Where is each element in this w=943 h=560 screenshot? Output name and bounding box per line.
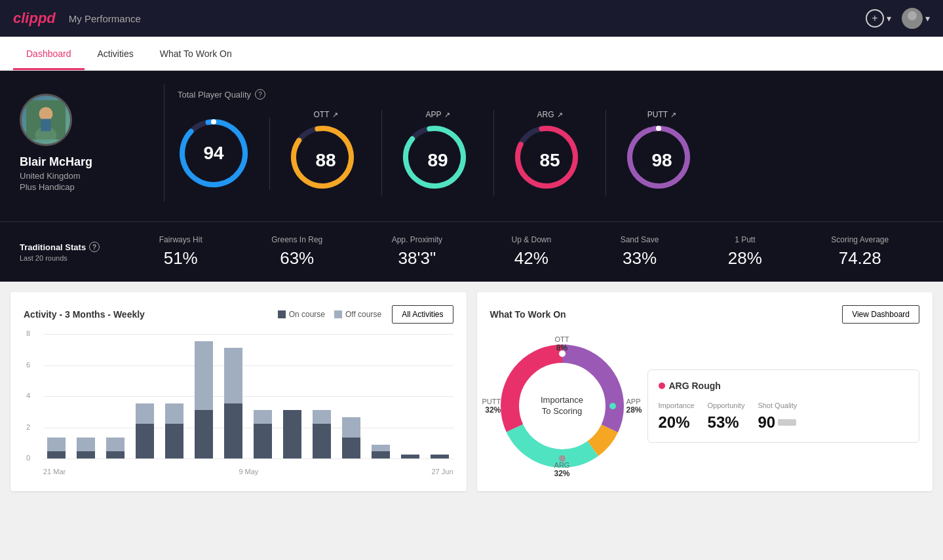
bar-group [43, 334, 69, 458]
stat-greens: Greens In Reg 63% [271, 235, 322, 269]
tab-dashboard[interactable]: Dashboard [13, 37, 85, 70]
app-score-value: 89 [427, 150, 448, 171]
on-course-bar [106, 451, 125, 458]
arg-segment-label: ARG 32% [554, 461, 569, 478]
activity-panel: Activity - 3 Months - Weekly On course O… [10, 292, 467, 491]
x-label-jun: 27 Jun [431, 468, 453, 476]
arg-card-dot [659, 383, 665, 389]
x-label-may: 9 May [239, 468, 258, 476]
legend-on-course: On course [278, 310, 325, 319]
x-labels: 21 Mar 9 May 27 Jun [43, 468, 453, 476]
on-course-bar [372, 451, 390, 458]
bar-group [427, 334, 453, 458]
chevron-icon: ▾ [887, 13, 891, 24]
svg-point-26 [609, 403, 616, 409]
trad-question-icon[interactable]: ? [89, 242, 100, 252]
user-menu-button[interactable]: ▾ [902, 8, 930, 29]
ott-score-value: 88 [315, 150, 336, 171]
putt-gauge: PUTT ↗ 98 [606, 110, 718, 196]
on-course-bar [77, 451, 95, 458]
app-label: APP ↗ [425, 110, 450, 119]
bar-group [309, 334, 335, 458]
on-course-bar [136, 424, 154, 458]
avatar [902, 8, 923, 29]
view-dashboard-button[interactable]: View Dashboard [842, 305, 919, 324]
tab-what-to-work-on[interactable]: What To Work On [147, 37, 245, 70]
gauge-svg-arg: 85 [514, 124, 586, 196]
logo: clippd [13, 10, 56, 27]
off-course-bar [342, 417, 360, 438]
on-course-dot [278, 310, 286, 318]
off-course-bar [165, 403, 183, 424]
bar-chart: 8 6 4 2 0 21 Mar 9 [24, 334, 453, 478]
arg-score-value: 85 [539, 150, 560, 171]
bars-container [43, 334, 453, 458]
bar-group [161, 334, 187, 458]
all-activities-button[interactable]: All Activities [392, 305, 453, 324]
quality-section: Total Player Quality ? 94 [178, 89, 923, 196]
donut-chart: Importance To Scoring OTT 8% APP 28% ARG… [490, 334, 634, 478]
opportunity-stat: Opportunity 53% [708, 401, 745, 432]
bar-group [73, 334, 99, 458]
logo-area: clippd My Performance [13, 10, 141, 27]
on-course-bar [195, 410, 213, 458]
arg-label: ARG ↗ [537, 110, 562, 119]
ott-label: OTT ↗ [314, 110, 338, 119]
ott-segment-label: OTT 8% [555, 335, 569, 352]
on-course-bar [254, 424, 272, 458]
stats-row: Traditional Stats ? Last 20 rounds Fairw… [0, 221, 943, 282]
ott-gauge: OTT ↗ 88 [270, 110, 382, 196]
bar-group [279, 334, 305, 458]
on-course-bar [165, 424, 183, 458]
nav-tabs: Dashboard Activities What To Work On [0, 37, 943, 71]
activity-panel-header: Activity - 3 Months - Weekly On course O… [24, 305, 453, 324]
main-score-value: 94 [203, 143, 223, 164]
bar-group [338, 334, 364, 458]
trad-stats-subtitle: Last 20 rounds [20, 254, 125, 262]
stat-1putt: 1 Putt 28% [728, 235, 762, 269]
bar-group [368, 334, 394, 458]
bottom-section: Activity - 3 Months - Weekly On course O… [0, 282, 943, 502]
svg-point-13 [432, 126, 437, 131]
chart-legend: On course Off course [278, 310, 382, 319]
on-course-bar [401, 455, 419, 458]
bar-group [132, 334, 158, 458]
svg-point-0 [908, 11, 917, 20]
quality-title: Total Player Quality ? [178, 89, 923, 100]
svg-point-1 [904, 22, 920, 29]
trad-stats-title: Traditional Stats ? [20, 242, 125, 252]
bar-group [397, 334, 423, 458]
off-course-bar [77, 438, 95, 451]
bar-group [220, 334, 246, 458]
add-button[interactable]: + ▾ [866, 9, 891, 28]
gauge-svg-putt: 98 [626, 124, 698, 196]
player-name: Blair McHarg [20, 155, 92, 169]
off-course-bar [313, 410, 331, 424]
on-course-bar [47, 451, 66, 458]
on-course-bar [431, 455, 449, 458]
arg-card: ARG Rough Importance 20% Opportunity 53%… [647, 369, 920, 443]
on-course-bar [313, 424, 331, 458]
putt-score-value: 98 [651, 150, 672, 171]
player-country: United Kingdom [20, 171, 81, 181]
svg-point-3 [39, 107, 53, 121]
app-header: clippd My Performance + ▾ ▾ [0, 0, 943, 37]
shot-quality-stat: Shot Quality 90 [758, 401, 797, 432]
shot-quality-bar [778, 419, 796, 426]
off-course-bar [372, 445, 390, 452]
x-label-mar: 21 Mar [43, 468, 66, 476]
user-chevron-icon: ▾ [925, 13, 930, 24]
avatar [20, 94, 72, 146]
workon-panel: What To Work On View Dashboard [477, 292, 933, 491]
arg-card-title: ARG Rough [659, 381, 909, 391]
tab-activities[interactable]: Activities [85, 37, 147, 70]
gauge-svg-app: 89 [402, 124, 474, 196]
stat-scoring: Scoring Average 74.28 [831, 235, 889, 269]
question-icon[interactable]: ? [255, 89, 265, 100]
putt-segment-label: PUTT 32% [482, 398, 501, 415]
off-course-bar [136, 403, 154, 424]
off-course-bar [106, 438, 125, 451]
header-actions: + ▾ ▾ [866, 8, 930, 29]
gauge-svg-main: 94 [178, 117, 250, 189]
legend-off-course: Off course [334, 310, 381, 319]
